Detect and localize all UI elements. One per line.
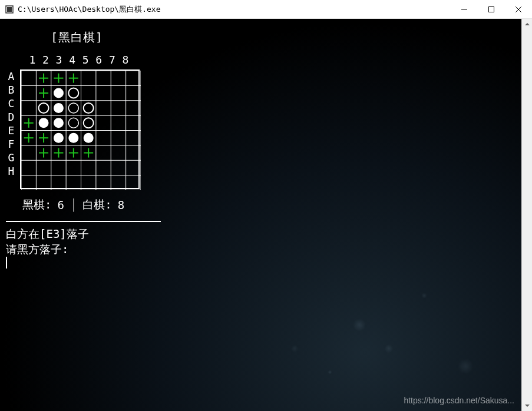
row-label: F (6, 137, 16, 151)
row-label: B (6, 83, 16, 97)
hint-marker[interactable] (24, 133, 34, 142)
piece-white[interactable] (84, 133, 94, 143)
log-line: 请黑方落子: (6, 242, 516, 257)
score-separator: │ (70, 198, 77, 211)
col-label: 2 (39, 54, 53, 66)
scroll-up-button[interactable] (522, 19, 532, 29)
col-label: 1 (26, 54, 39, 66)
row-labels: ABCDEFGH (6, 69, 16, 178)
piece-white[interactable] (54, 88, 64, 98)
white-score-label: 白棋: (82, 197, 111, 213)
maximize-button[interactable] (478, 0, 505, 19)
watermark: https://blog.csdn.net/Sakusa... (404, 396, 514, 405)
col-label: 5 (79, 54, 92, 66)
log-line: 白方在[E3]落子 (6, 227, 516, 242)
row-label: D (6, 110, 16, 124)
console-area[interactable]: [黑白棋] 12345678 ABCDEFGH 黑棋: 6 │ 白棋: 8 白方… (0, 19, 521, 411)
svg-rect-1 (7, 7, 12, 12)
hint-marker[interactable] (54, 74, 63, 83)
hint-marker[interactable] (84, 148, 93, 158)
col-label: 7 (106, 54, 120, 66)
black-score-label: 黑棋: (22, 197, 51, 213)
piece-black[interactable] (68, 118, 78, 128)
row-label: E (6, 124, 16, 137)
col-label: 6 (92, 54, 106, 66)
hint-marker[interactable] (54, 148, 63, 158)
col-label: 4 (66, 54, 80, 66)
hint-marker[interactable] (69, 148, 78, 158)
row-label: H (6, 164, 16, 178)
svg-rect-2 (489, 6, 494, 12)
white-score-value: 8 (118, 198, 124, 211)
row-label: G (6, 151, 16, 164)
hint-marker[interactable] (39, 74, 48, 83)
window-titlebar: C:\Users\HOAc\Desktop\黑白棋.exe (0, 0, 532, 19)
piece-white[interactable] (68, 88, 78, 98)
app-icon (5, 5, 14, 14)
hint-marker[interactable] (39, 133, 48, 142)
black-score-value: 6 (57, 198, 64, 211)
scroll-down-button[interactable] (522, 400, 532, 411)
window-title: C:\Users\HOAc\Desktop\黑白棋.exe (18, 4, 161, 15)
board-area: 12345678 ABCDEFGH (6, 54, 159, 189)
piece-white[interactable] (54, 118, 64, 128)
game-log: 白方在[E3]落子请黑方落子: (6, 227, 516, 257)
piece-white[interactable] (39, 118, 49, 128)
col-label: 3 (52, 54, 66, 66)
piece-white[interactable] (84, 103, 94, 113)
game-title: [黑白棋] (51, 29, 516, 45)
hint-marker[interactable] (24, 118, 34, 128)
vertical-scrollbar[interactable] (521, 19, 532, 411)
column-labels: 12345678 (26, 54, 159, 66)
piece-white[interactable] (54, 133, 64, 143)
row-label: A (6, 69, 16, 83)
close-button[interactable] (505, 0, 532, 19)
minimize-button[interactable] (451, 0, 478, 19)
hint-marker[interactable] (69, 74, 78, 83)
piece-white[interactable] (84, 118, 94, 128)
score-line: 黑棋: 6 │ 白棋: 8 (22, 197, 516, 213)
game-board[interactable] (20, 69, 140, 189)
piece-black[interactable] (68, 103, 78, 113)
piece-white[interactable] (68, 133, 78, 143)
hint-marker[interactable] (39, 148, 48, 158)
text-cursor (6, 257, 7, 269)
hint-marker[interactable] (39, 88, 48, 98)
row-label: C (6, 97, 16, 110)
piece-white[interactable] (39, 103, 49, 113)
piece-white[interactable] (54, 103, 64, 113)
divider (6, 221, 161, 222)
col-label: 8 (119, 54, 133, 66)
